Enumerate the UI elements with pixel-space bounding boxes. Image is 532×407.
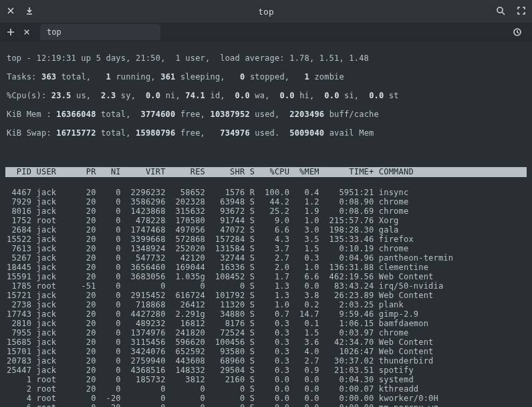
process-row: 15685 jack 20 0 3115456 596620 100456 S …: [7, 337, 525, 347]
new-tab-button[interactable]: [3, 24, 19, 40]
process-row: 15522 jack 20 0 3399668 572868 157284 S …: [7, 235, 525, 244]
process-row: 7955 jack 20 0 1374976 241820 72524 S 0.…: [7, 328, 525, 337]
process-row: 15701 jack 20 0 3424076 652592 93580 S 0…: [7, 347, 525, 356]
tab-label: top: [47, 27, 61, 37]
process-row: 5267 jack 20 0 547732 42120 32744 S 2.7 …: [7, 253, 525, 263]
process-row: 7929 jack 20 0 3586296 202328 63948 S 44…: [7, 197, 525, 207]
process-row: 1785 root -51 0 0 0 0 S 1.3 0.0 83:43.24…: [7, 281, 525, 291]
terminal-output[interactable]: top - 12:19:31 up 5 days, 21:50, 1 user,…: [0, 41, 532, 407]
window-titlebar: top: [0, 0, 532, 23]
tab-top[interactable]: top: [40, 24, 160, 40]
summary-swap: KiB Swap: 16715772 total, 15980796 free,…: [7, 128, 525, 138]
summary-uptime: top - 12:19:31 up 5 days, 21:50, 1 user,…: [7, 53, 525, 63]
process-row: 4467 jack 20 0 2296232 58652 1576 R 100.…: [7, 188, 525, 197]
process-row: 8016 jack 20 0 1423868 315632 93672 S 25…: [7, 207, 525, 216]
process-row: 17743 jack 20 0 4427280 2.291g 34880 S 0…: [7, 309, 525, 319]
window-title: top: [0, 7, 532, 17]
process-row: 15721 jack 20 0 2915452 616724 101792 S …: [7, 291, 525, 300]
process-row: 4 root 0 -20 0 0 0 S 0.0 0.0 0:00.00 kwo…: [7, 394, 525, 403]
process-row: 2738 jack 20 0 718868 26412 11320 S 1.0 …: [7, 300, 525, 309]
column-header: PID USER PR NI VIRT RES SHR S %CPU %MEM …: [5, 167, 527, 177]
summary-cpu: %Cpu(s): 23.5 us, 2.3 sy, 0.0 ni, 74.1 i…: [7, 91, 525, 100]
history-icon[interactable]: [509, 24, 525, 40]
process-row: 25447 jack 20 0 4368516 148332 29504 S 0…: [7, 366, 525, 375]
tab-bar: top: [0, 23, 532, 41]
process-row: 1752 root 20 0 478228 170580 91744 S 9.0…: [7, 216, 525, 225]
process-row: 2 root 20 0 0 0 0 S 0.0 0.0 0:00.07 kthr…: [7, 384, 525, 394]
process-list: 4467 jack 20 0 2296232 58652 1576 R 100.…: [7, 188, 525, 407]
summary-mem: KiB Mem : 16366048 total, 3774600 free, …: [7, 110, 525, 119]
process-row: 6 root 0 -20 0 0 0 S 0.0 0.0 0:00.00 mm_…: [7, 403, 525, 407]
close-tab-button[interactable]: [19, 24, 35, 40]
process-row: 18445 jack 20 0 3656460 169044 16336 S 2…: [7, 263, 525, 272]
process-row: 15591 jack 20 0 3683056 1.035g 108452 S …: [7, 272, 525, 281]
process-row: 2810 jack 20 0 489232 16812 8176 S 0.3 0…: [7, 319, 525, 328]
process-row: 20783 jack 20 0 2759940 443608 68960 S 0…: [7, 356, 525, 366]
process-row: 2684 jack 20 0 1747468 497056 47072 S 6.…: [7, 225, 525, 235]
process-row: 7613 jack 20 0 1348924 252020 131584 S 3…: [7, 244, 525, 253]
process-row: 1 root 20 0 185732 3812 2160 S 0.0 0.0 0…: [7, 375, 525, 384]
summary-tasks: Tasks: 363 total, 1 running, 361 sleepin…: [7, 72, 525, 82]
